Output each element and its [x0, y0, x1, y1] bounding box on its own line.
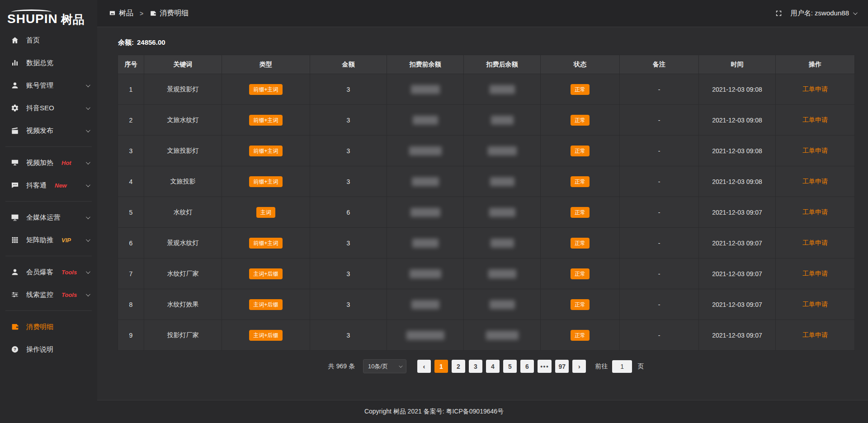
work-order-link[interactable]: 工单申请 — [802, 116, 828, 123]
next-page-button[interactable]: › — [572, 360, 586, 373]
sidebar-item-label: 抖客通 — [26, 181, 47, 190]
sidebar-item-会员爆客[interactable]: 会员爆客Tools — [0, 261, 97, 283]
sidebar-item-消费明细[interactable]: 消费明细 — [0, 315, 97, 338]
status-badge: 正常 — [571, 207, 590, 218]
sidebar-item-抖音SEO[interactable]: 抖音SEO — [0, 97, 97, 119]
cell-amount: 3 — [310, 166, 387, 197]
goto-page-input[interactable] — [612, 360, 632, 373]
logo-text-cn: 树品 — [61, 14, 85, 25]
cell-index: 2 — [118, 105, 144, 136]
sidebar-item-label: 视频加热 — [26, 159, 53, 167]
wallet-icon — [150, 10, 156, 17]
cell-type: 前缀+主词 — [222, 74, 310, 105]
cell-note: - — [620, 166, 699, 197]
table-row: 2文旅水纹灯前缀+主词3正常-2021-12-03 09:08工单申请 — [118, 105, 855, 136]
sidebar-item-矩阵助推[interactable]: 矩阵助推VIP — [0, 229, 97, 251]
wallet-icon — [11, 323, 19, 331]
sidebar-item-数据总览[interactable]: 数据总览 — [0, 52, 97, 74]
sidebar-item-label: 账号管理 — [26, 81, 53, 90]
cell-keyword: 水纹灯厂家 — [144, 258, 222, 289]
cell-balance-after-masked — [464, 166, 541, 197]
work-order-link: 工单申请 — [776, 197, 855, 228]
page-button-6[interactable]: 6 — [520, 360, 534, 373]
work-order-link[interactable]: 工单申请 — [802, 239, 828, 246]
breadcrumb: 树品>消费明细 — [109, 9, 189, 18]
work-order-link[interactable]: 工单申请 — [802, 331, 828, 338]
breadcrumb-label: 树品 — [119, 9, 133, 18]
cell-time: 2021-12-03 09:07 — [699, 320, 776, 351]
fullscreen-icon[interactable] — [775, 9, 783, 17]
home-icon — [11, 36, 19, 44]
balance-value: 24856.00 — [137, 38, 165, 46]
consumption-table: 序号关键词类型金额扣费前余额扣费后余额状态备注时间操作1景观投影灯前缀+主词3正… — [118, 55, 855, 351]
work-order-link[interactable]: 工单申请 — [802, 301, 828, 308]
cell-status: 正常 — [541, 105, 620, 136]
type-badge: 主词+后缀 — [249, 299, 282, 310]
type-badge: 前缀+主词 — [249, 146, 282, 156]
sidebar-item-label: 视频发布 — [26, 127, 53, 135]
column-header-扣费后余额: 扣费后余额 — [464, 55, 541, 74]
sidebar-item-账号管理[interactable]: 账号管理 — [0, 74, 97, 97]
table-row: 4文旅投影前缀+主词3正常-2021-12-03 09:08工单申请 — [118, 166, 855, 197]
chevron-down-icon — [86, 215, 90, 219]
menu-divider — [5, 256, 92, 256]
work-order-link[interactable]: 工单申请 — [802, 147, 828, 154]
status-badge: 正常 — [571, 238, 590, 249]
sidebar-item-操作说明[interactable]: ?操作说明 — [0, 338, 97, 361]
sidebar-item-首页[interactable]: 首页 — [0, 29, 97, 52]
prev-page-button[interactable]: ‹ — [417, 360, 431, 373]
cell-balance-before-masked — [387, 105, 464, 136]
menu-badge-Tools: Tools — [61, 291, 77, 298]
work-order-link[interactable]: 工单申请 — [802, 270, 828, 277]
work-order-link[interactable]: 工单申请 — [802, 85, 828, 93]
cell-index: 9 — [118, 320, 144, 351]
sidebar-item-线索监控[interactable]: 线索监控Tools — [0, 283, 97, 306]
cell-amount: 3 — [310, 136, 387, 166]
page-button-4[interactable]: 4 — [486, 360, 500, 373]
cell-keyword: 景观水纹灯 — [144, 228, 222, 258]
breadcrumb-item-树品[interactable]: 树品 — [109, 9, 133, 18]
cell-keyword: 文旅投影灯 — [144, 136, 222, 166]
sidebar-item-全媒体运营[interactable]: 全媒体运营 — [0, 206, 97, 229]
masked-value — [411, 85, 440, 94]
cell-index: 8 — [118, 289, 144, 320]
work-order-link[interactable]: 工单申请 — [802, 208, 828, 216]
more-pages-button[interactable]: ●●● — [538, 360, 552, 373]
sidebar-item-抖客通[interactable]: 抖客通New — [0, 174, 97, 197]
sidebar-item-视频加热[interactable]: 视频加热Hot — [0, 151, 97, 174]
menu-badge-Hot: Hot — [61, 160, 71, 166]
masked-value — [412, 177, 439, 186]
status-badge: 正常 — [571, 268, 590, 279]
user-dropdown[interactable]: 用户名: zswodun88 — [791, 9, 856, 18]
page-button-2[interactable]: 2 — [452, 360, 465, 373]
chevron-down-icon — [86, 128, 90, 132]
sidebar-item-视频发布[interactable]: 视频发布 — [0, 119, 97, 142]
menu-badge-Tools: Tools — [61, 269, 77, 276]
work-order-link: 工单申请 — [776, 166, 855, 197]
table-row: 3文旅投影灯前缀+主词3正常-2021-12-03 09:08工单申请 — [118, 136, 855, 166]
sidebar-item-label: 消费明细 — [26, 323, 53, 331]
masked-value — [413, 116, 438, 125]
cell-type: 主词+后缀 — [222, 258, 310, 289]
page-button-3[interactable]: 3 — [469, 360, 482, 373]
cell-keyword: 文旅水纹灯 — [144, 105, 222, 136]
cell-balance-after-masked — [464, 289, 541, 320]
page-button-1[interactable]: 1 — [434, 360, 448, 373]
page-button-5[interactable]: 5 — [503, 360, 517, 373]
page-button-97[interactable]: 97 — [555, 360, 569, 373]
cell-amount: 3 — [310, 289, 387, 320]
masked-value — [406, 331, 444, 340]
cell-type: 主词+后缀 — [222, 320, 310, 351]
table-row: 6景观水纹灯前缀+主词3正常-2021-12-03 09:07工单申请 — [118, 228, 855, 258]
masked-value — [409, 146, 442, 155]
page-size-select[interactable]: 10条/页 — [363, 359, 406, 373]
breadcrumb-item-消费明细[interactable]: 消费明细 — [150, 9, 189, 18]
work-order-link[interactable]: 工单申请 — [802, 178, 828, 185]
chevron-down-icon — [86, 183, 90, 187]
cell-status: 正常 — [541, 197, 620, 228]
cell-keyword: 投影灯厂家 — [144, 320, 222, 351]
cell-time: 2021-12-03 09:08 — [699, 74, 776, 105]
cell-type: 主词 — [222, 197, 310, 228]
cell-time: 2021-12-03 09:07 — [699, 289, 776, 320]
cell-keyword: 景观投影灯 — [144, 74, 222, 105]
